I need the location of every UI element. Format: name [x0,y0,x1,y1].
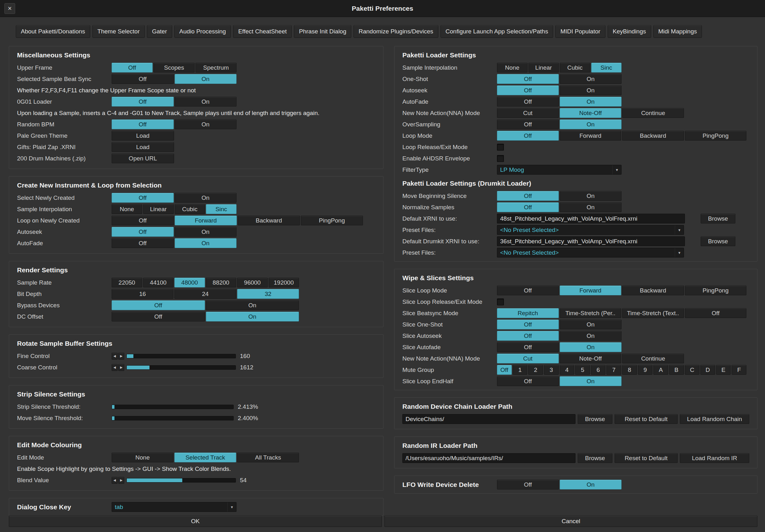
option-note-off[interactable]: Note-Off [560,354,621,364]
option-cubic[interactable]: Cubic [560,63,590,73]
option-off[interactable]: Off [112,74,174,84]
option-backward[interactable]: Backward [622,286,684,295]
decrement-button[interactable]: ◀ [112,477,118,484]
increment-button[interactable]: ▶ [118,477,124,484]
option-cut[interactable]: Cut [497,354,559,364]
option-on[interactable]: On [175,74,237,84]
option-cut[interactable]: Cut [497,108,559,118]
option-on[interactable]: On [560,97,621,107]
option-off[interactable]: Off [112,97,174,107]
option-off[interactable]: Off [497,74,559,84]
option-on[interactable]: On [560,120,621,129]
option-off[interactable]: Off [112,63,153,73]
tab-midi-mappings[interactable]: Midi Mappings [653,25,702,38]
option-a[interactable]: A [653,365,668,375]
option-sinc[interactable]: Sinc [206,204,237,214]
load-gifts-xrni-button[interactable]: Load [112,142,174,152]
option-48000[interactable]: 48000 [174,278,205,287]
browse-ir-button[interactable]: Browse [578,453,612,463]
option-on[interactable]: On [560,202,621,212]
option-linear[interactable]: Linear [528,63,559,73]
option-d[interactable]: D [700,365,715,375]
option-on[interactable]: On [206,312,299,322]
option-off[interactable]: Off [497,97,559,107]
ir-path-field[interactable] [402,453,575,463]
tab-phrase-init-dialog[interactable]: Phrase Init Dialog [294,25,351,38]
option-none[interactable]: None [112,204,142,214]
option-22050[interactable]: 22050 [112,278,142,287]
option-9[interactable]: 9 [638,365,653,375]
option-sinc[interactable]: Sinc [591,63,622,73]
blend-value-slider[interactable] [127,478,236,482]
option-24[interactable]: 24 [174,289,236,299]
option-on[interactable]: On [175,97,237,107]
load-random-chain-button[interactable]: Load Random Chain [680,414,749,424]
option-on[interactable]: On [175,238,237,248]
option-off[interactable]: Off [112,300,205,310]
option-off[interactable]: Off [112,120,174,129]
option-off[interactable]: Off [112,193,174,203]
option-88200[interactable]: 88200 [206,278,237,287]
tab-gater[interactable]: Gater [147,25,172,38]
option-pingpong[interactable]: PingPong [685,286,747,295]
option-32[interactable]: 32 [237,289,299,299]
filter-type-dropdown[interactable]: LP Moog ▼ [497,165,621,174]
option-off[interactable]: Off [497,342,559,352]
option-4[interactable]: 4 [560,365,574,375]
option-192000[interactable]: 192000 [269,278,299,287]
default-drumkit-xrni-field[interactable] [497,236,685,246]
option-on[interactable]: On [206,300,299,310]
option-2[interactable]: 2 [528,365,543,375]
option-off[interactable]: Off [685,308,747,318]
preset-files-dropdown[interactable]: <No Preset Selected> ▼ [497,225,684,235]
tab-keybindings[interactable]: KeyBindings [608,25,651,38]
close-button[interactable]: × [4,3,15,14]
option-off[interactable]: Off [497,191,559,201]
strip-silence-threshold-slider[interactable] [112,405,234,409]
option-none[interactable]: None [112,452,174,462]
option-on[interactable]: On [560,191,621,201]
load-random-ir-button[interactable]: Load Random IR [680,453,749,463]
option-forward[interactable]: Forward [560,286,621,295]
option-off[interactable]: Off [112,238,174,248]
option-off[interactable]: Off [497,131,559,140]
option-off[interactable]: Off [497,365,512,375]
option-off[interactable]: Off [112,216,174,225]
option-on[interactable]: On [560,376,621,386]
option-on[interactable]: On [560,86,621,95]
option-repitch[interactable]: Repitch [497,308,559,318]
option-cubic[interactable]: Cubic [175,204,205,214]
option-off[interactable]: Off [497,86,559,95]
fine-control-slider[interactable] [127,354,236,358]
option-on[interactable]: On [560,331,621,341]
reset-ir-button[interactable]: Reset to Default [615,453,678,463]
option-all-tracks[interactable]: All Tracks [237,452,299,462]
option-note-off[interactable]: Note-Off [560,108,621,118]
option-backward[interactable]: Backward [238,216,300,225]
option-off[interactable]: Off [497,480,559,489]
option-44100[interactable]: 44100 [143,278,174,287]
option-on[interactable]: On [560,480,621,489]
option-forward[interactable]: Forward [175,216,237,225]
preset-files-dropdown[interactable]: <No Preset Selected> ▼ [497,248,684,257]
option-scopes[interactable]: Scopes [154,63,195,73]
option-on[interactable]: On [175,193,237,203]
option-pingpong[interactable]: PingPong [301,216,363,225]
option-f[interactable]: F [732,365,746,375]
option-linear[interactable]: Linear [143,204,174,214]
option-backward[interactable]: Backward [622,131,684,140]
option-off[interactable]: Off [497,202,559,212]
tab-audio-processing[interactable]: Audio Processing [174,25,231,38]
tab-midi-populator[interactable]: MIDI Populator [555,25,605,38]
option-selected-track[interactable]: Selected Track [174,452,236,462]
move-silence-threshold-slider[interactable] [112,416,234,420]
increment-button[interactable]: ▶ [118,353,124,360]
slice-loop-release-checkbox[interactable] [497,299,504,305]
option-time-stretch-per[interactable]: Time-Stretch (Per.. [560,308,621,318]
option-on[interactable]: On [175,227,237,237]
tab-randomize-plugins-devices[interactable]: Randomize Plugins/Devices [354,25,438,38]
option-1[interactable]: 1 [513,365,527,375]
option-none[interactable]: None [497,63,527,73]
option-on[interactable]: On [560,74,621,84]
device-chain-path-field[interactable] [402,414,575,424]
